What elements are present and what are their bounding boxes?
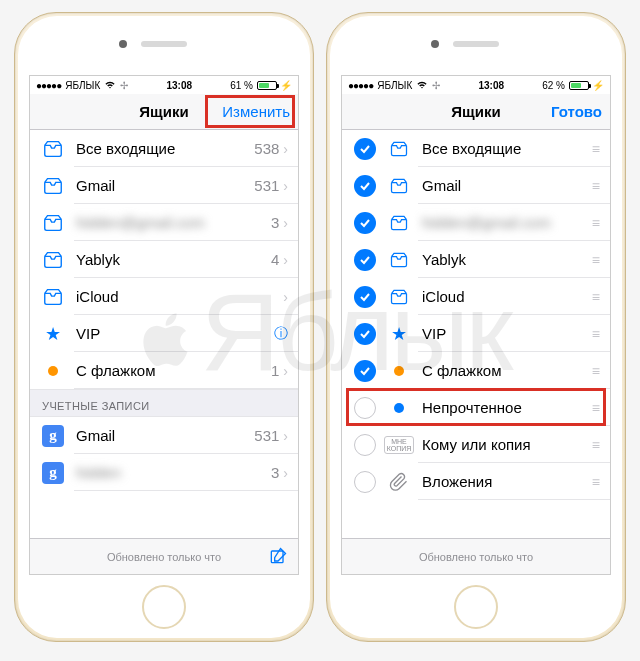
account-label: Gmail (76, 427, 254, 444)
mailbox-count: 538 (254, 140, 279, 157)
phone-right: ●●●●● ЯБЛЫК ✢ 13:08 62 % ⚡ Ящики Готово … (326, 12, 626, 642)
battery-icon: ⚡ (257, 80, 292, 91)
edit-row[interactable]: iCloud ≡ (342, 278, 610, 315)
grip-icon[interactable]: ≡ (592, 474, 600, 490)
chevron-icon: › (283, 465, 288, 481)
edit-row[interactable]: Yablyk ≡ (342, 241, 610, 278)
battery-pct: 61 % (230, 80, 253, 91)
mailbox-row[interactable]: Gmail 531 › (30, 167, 298, 204)
wifi-icon (104, 80, 116, 91)
grip-icon[interactable]: ≡ (592, 141, 600, 157)
inbox-icon (388, 212, 410, 234)
edit-row[interactable]: ★ VIP ≡ (342, 315, 610, 352)
phone-left: ●●●●● ЯБЛЫК ✢ 13:08 61 % ⚡ Ящики Изменит… (14, 12, 314, 642)
toolbar: Обновлено только что (342, 538, 610, 574)
mailbox-label: VIP (76, 325, 270, 342)
edit-row-label: hidden@gmail.com (422, 214, 592, 231)
status-bar: ●●●●● ЯБЛЫК ✢ 13:08 62 % ⚡ (342, 76, 610, 94)
account-row[interactable]: g hidden 3 › (30, 454, 298, 491)
grip-icon[interactable]: ≡ (592, 178, 600, 194)
edit-row[interactable]: С флажком ≡ (342, 352, 610, 389)
mailbox-row[interactable]: hidden@gmail.com 3 › (30, 204, 298, 241)
grip-icon[interactable]: ≡ (592, 326, 600, 342)
signal-icon: ●●●●● (36, 80, 61, 91)
edit-row[interactable]: Вложения ≡ (342, 463, 610, 500)
mailbox-label: Yablyk (76, 251, 271, 268)
attachment-icon (388, 471, 410, 493)
google-icon: g (42, 462, 64, 484)
toolbar-status: Обновлено только что (419, 551, 533, 563)
toolbar-status: Обновлено только что (107, 551, 221, 563)
mailbox-row[interactable]: ★ VIP ⓘ (30, 315, 298, 352)
signal-icon: ●●●●● (348, 80, 373, 91)
battery-icon: ⚡ (569, 80, 604, 91)
edit-row-label: Все входящие (422, 140, 592, 157)
edit-row-label: Gmail (422, 177, 592, 194)
mailbox-count: 3 (271, 214, 279, 231)
checkbox-off[interactable] (354, 471, 376, 493)
inbox-icon (388, 286, 410, 308)
chevron-icon: › (283, 141, 288, 157)
info-icon[interactable]: ⓘ (274, 325, 288, 343)
account-row[interactable]: g Gmail 531 › (30, 417, 298, 454)
mailbox-label: Все входящие (76, 140, 254, 157)
home-button[interactable] (142, 585, 186, 629)
edit-row-label: Кому или копия (422, 436, 592, 453)
checkbox-on[interactable] (354, 249, 376, 271)
home-button[interactable] (454, 585, 498, 629)
mailbox-count: 1 (271, 362, 279, 379)
account-label: hidden (76, 464, 271, 481)
grip-icon[interactable]: ≡ (592, 215, 600, 231)
mailbox-row[interactable]: С флажком 1 › (30, 352, 298, 389)
inbox-icon (42, 138, 64, 160)
inbox-icon (42, 249, 64, 271)
grip-icon[interactable]: ≡ (592, 437, 600, 453)
edit-row[interactable]: Все входящие ≡ (342, 130, 610, 167)
checkbox-on[interactable] (354, 212, 376, 234)
checkbox-off[interactable] (354, 434, 376, 456)
mailbox-row[interactable]: Все входящие 538 › (30, 130, 298, 167)
chevron-icon: › (283, 363, 288, 379)
grip-icon[interactable]: ≡ (592, 289, 600, 305)
mailbox-label: hidden@gmail.com (76, 214, 271, 231)
google-icon: g (42, 425, 64, 447)
inbox-icon (388, 138, 410, 160)
inbox-icon (42, 175, 64, 197)
mailbox-count: 4 (271, 251, 279, 268)
edit-row-label: Вложения (422, 473, 592, 490)
edit-list: Все входящие ≡ Gmail ≡ hidden@gmail.com … (342, 130, 610, 500)
edit-row-label: iCloud (422, 288, 592, 305)
checkbox-on[interactable] (354, 286, 376, 308)
checkbox-on[interactable] (354, 360, 376, 382)
carrier-label: ЯБЛЫК (65, 80, 100, 91)
status-bar: ●●●●● ЯБЛЫК ✢ 13:08 61 % ⚡ (30, 76, 298, 94)
edit-row[interactable]: МНЕКОПИЯ Кому или копия ≡ (342, 426, 610, 463)
checkbox-on[interactable] (354, 175, 376, 197)
toolbar: Обновлено только что (30, 538, 298, 574)
chevron-icon: › (283, 428, 288, 444)
inbox-icon (388, 175, 410, 197)
unread-icon (388, 397, 410, 419)
done-button[interactable]: Готово (551, 94, 602, 129)
time-label: 13:08 (478, 80, 504, 91)
edit-button[interactable]: Изменить (222, 94, 290, 129)
chevron-icon: › (283, 289, 288, 305)
mailbox-row[interactable]: iCloud › (30, 278, 298, 315)
grip-icon[interactable]: ≡ (592, 400, 600, 416)
nav-bar: Ящики Готово (342, 94, 610, 130)
edit-row[interactable]: Gmail ≡ (342, 167, 610, 204)
edit-row-label: Yablyk (422, 251, 592, 268)
grip-icon[interactable]: ≡ (592, 363, 600, 379)
mailbox-label: iCloud (76, 288, 279, 305)
edit-row-unread[interactable]: Непрочтенное ≡ (342, 389, 610, 426)
grip-icon[interactable]: ≡ (592, 252, 600, 268)
compose-button[interactable] (268, 546, 288, 568)
screen-left: ●●●●● ЯБЛЫК ✢ 13:08 61 % ⚡ Ящики Изменит… (29, 75, 299, 575)
checkbox-off[interactable] (354, 397, 376, 419)
star-icon: ★ (42, 323, 64, 345)
checkbox-on[interactable] (354, 323, 376, 345)
accounts-header: УЧЕТНЫЕ ЗАПИСИ (30, 389, 298, 417)
edit-row[interactable]: hidden@gmail.com ≡ (342, 204, 610, 241)
mailbox-row[interactable]: Yablyk 4 › (30, 241, 298, 278)
checkbox-on[interactable] (354, 138, 376, 160)
